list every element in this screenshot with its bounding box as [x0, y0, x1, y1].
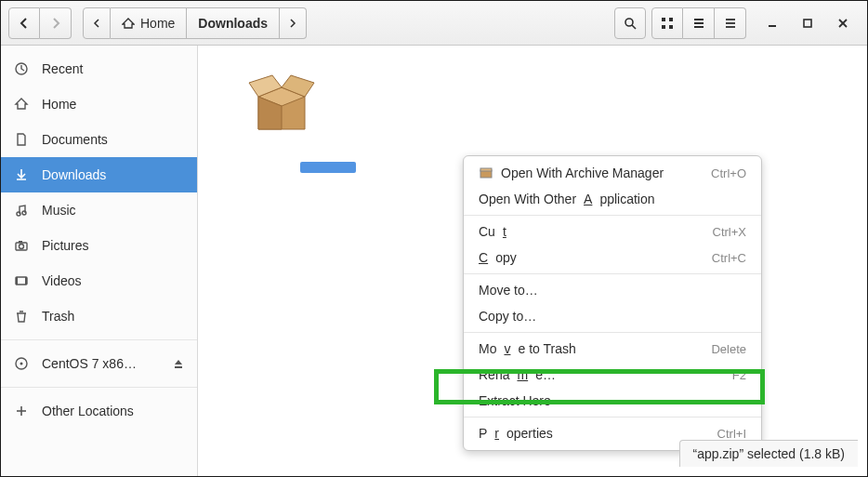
context-menu-item-label: Move to…: [479, 283, 746, 298]
back-button[interactable]: [8, 7, 40, 39]
home-icon: [122, 17, 135, 30]
home-icon: [14, 97, 29, 112]
sidebar-item-pictures[interactable]: Pictures: [1, 228, 197, 263]
context-menu-item-6[interactable]: Move to…: [464, 277, 761, 303]
svg-rect-5: [669, 25, 673, 29]
grid-icon: [661, 17, 674, 30]
status-text: “app.zip” selected (1.8 kB): [693, 446, 845, 461]
path-current[interactable]: Downloads: [187, 7, 280, 39]
sidebar-item-label: Other Locations: [42, 404, 134, 418]
context-menu-item-label: Open With Other Application: [479, 192, 746, 206]
context-menu-item-0[interactable]: Open With Archive ManagerCtrl+O: [464, 160, 761, 186]
context-menu-item-3[interactable]: CutCtrl+X: [464, 219, 761, 245]
view-menu-button[interactable]: [683, 7, 715, 39]
close-button[interactable]: [834, 14, 852, 33]
path-home[interactable]: Home: [111, 7, 187, 39]
context-menu-shortcut: Ctrl+X: [713, 225, 746, 239]
context-menu-item-label: Cut: [479, 224, 713, 239]
context-menu-separator: [464, 332, 761, 333]
sidebar-item-label: Documents: [42, 132, 108, 147]
forward-button[interactable]: [40, 7, 72, 39]
context-menu-shortcut: Ctrl+O: [711, 166, 746, 180]
path-current-label: Downloads: [198, 16, 268, 31]
video-icon: [14, 273, 29, 288]
eject-icon[interactable]: [173, 358, 184, 369]
context-menu-item-9[interactable]: Move to TrashDelete: [464, 336, 761, 362]
sidebar-item-recent[interactable]: Recent: [1, 51, 197, 86]
context-menu-item-4[interactable]: CopyCtrl+C: [464, 245, 761, 271]
sidebar-item-other-locations[interactable]: Other Locations: [1, 393, 197, 429]
context-menu-item-11[interactable]: Extract Here: [464, 388, 761, 414]
view-grid-button[interactable]: [651, 7, 683, 39]
sidebar-item-label: Home: [42, 97, 76, 112]
svg-rect-3: [669, 18, 673, 21]
content-area[interactable]: Open With Archive ManagerCtrl+OOpen With…: [198, 46, 867, 476]
file-item[interactable]: [244, 64, 328, 139]
context-menu-shortcut: Delete: [711, 342, 746, 356]
svg-rect-13: [804, 20, 811, 27]
sidebar-item-label: CentOS 7 x86…: [42, 356, 137, 371]
maximize-icon: [802, 18, 813, 29]
svg-rect-35: [480, 168, 492, 171]
sidebar-item-label: Videos: [42, 273, 82, 288]
sidebar-separator: [1, 387, 197, 388]
maximize-button[interactable]: [798, 14, 817, 33]
context-menu-shortcut: Ctrl+C: [712, 251, 746, 265]
context-menu-item-label: Properties: [479, 426, 717, 441]
hamburger-button[interactable]: [715, 7, 746, 39]
context-menu-separator: [464, 273, 761, 274]
sidebar-item-label: Music: [42, 203, 76, 218]
status-bar: “app.zip” selected (1.8 kB): [679, 440, 858, 467]
context-menu-item-label: Copy: [479, 250, 712, 265]
clock-icon: [14, 61, 29, 76]
context-menu-item-label: Rename…: [479, 367, 732, 382]
svg-rect-23: [16, 277, 18, 285]
hamburger-icon: [724, 17, 737, 30]
context-menu: Open With Archive ManagerCtrl+OOpen With…: [463, 155, 762, 451]
context-menu-item-7[interactable]: Copy to…: [464, 303, 761, 329]
context-menu-item-10[interactable]: Rename…F2: [464, 362, 761, 388]
sidebar-item-label: Pictures: [42, 238, 89, 253]
view-buttons: [651, 7, 746, 39]
archive-icon: [244, 64, 319, 139]
minimize-icon: [767, 18, 778, 29]
window-controls: [763, 14, 852, 33]
download-icon: [14, 167, 29, 182]
camera-icon: [14, 238, 29, 253]
svg-rect-4: [662, 25, 665, 29]
pathbar: Home Downloads: [83, 7, 307, 39]
sidebar-item-home[interactable]: Home: [1, 86, 197, 122]
context-menu-item-1[interactable]: Open With Other Application: [464, 186, 761, 212]
trash-icon: [14, 309, 29, 324]
document-icon: [14, 132, 29, 147]
svg-point-0: [625, 19, 633, 26]
svg-line-1: [632, 25, 636, 29]
path-prev-button[interactable]: [83, 7, 111, 39]
sidebar-item-downloads[interactable]: Downloads: [1, 157, 197, 192]
svg-rect-21: [19, 241, 22, 243]
context-menu-item-label: Move to Trash: [479, 341, 711, 356]
sidebar-item-label: Downloads: [42, 167, 106, 182]
path-next-button[interactable]: [280, 7, 307, 39]
sidebar-item-device[interactable]: CentOS 7 x86…: [1, 346, 197, 381]
list-icon: [692, 17, 705, 30]
svg-rect-24: [25, 277, 27, 285]
sidebar-item-documents[interactable]: Documents: [1, 122, 197, 157]
sidebar-item-videos[interactable]: Videos: [1, 263, 197, 298]
minimize-button[interactable]: [763, 14, 782, 33]
sidebar-item-trash[interactable]: Trash: [1, 298, 197, 334]
sidebar: Recent Home Documents Downloads Music Pi…: [1, 46, 198, 476]
sidebar-item-music[interactable]: Music: [1, 192, 197, 228]
disc-icon: [14, 356, 29, 371]
svg-point-18: [22, 211, 26, 215]
context-menu-shortcut: Ctrl+I: [717, 427, 746, 441]
nav-buttons: [8, 7, 72, 39]
svg-point-26: [20, 363, 23, 365]
music-icon: [14, 203, 29, 218]
close-icon: [837, 18, 848, 29]
titlebar: Home Downloads: [1, 1, 867, 46]
context-menu-item-label: Copy to…: [479, 309, 746, 324]
search-button[interactable]: [614, 7, 646, 39]
file-manager-window: Home Downloads: [0, 0, 868, 477]
svg-point-17: [17, 212, 20, 216]
